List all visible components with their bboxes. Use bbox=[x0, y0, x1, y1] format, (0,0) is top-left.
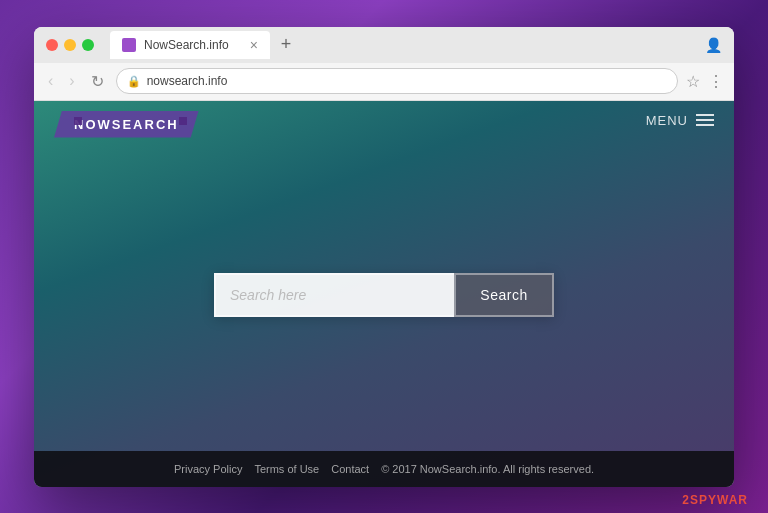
tab-favicon bbox=[122, 38, 136, 52]
menu-label-text: MENU bbox=[646, 113, 688, 128]
title-bar: NowSearch.info × + 👤 bbox=[34, 27, 734, 63]
search-button[interactable]: Search bbox=[454, 273, 554, 317]
footer-links: Privacy Policy Terms of Use Contact © 20… bbox=[174, 463, 594, 475]
nav-right-controls: ☆ ⋮ bbox=[686, 72, 724, 91]
url-text: nowsearch.info bbox=[147, 74, 228, 88]
watermark-brand: SPYWAR bbox=[690, 493, 748, 507]
window-right-controls: 👤 bbox=[705, 37, 722, 53]
more-options-icon[interactable]: ⋮ bbox=[708, 72, 724, 91]
forward-button[interactable]: › bbox=[65, 68, 78, 94]
user-icon[interactable]: 👤 bbox=[705, 37, 722, 53]
copyright-text: © 2017 NowSearch.info. All rights reserv… bbox=[381, 463, 594, 475]
hamburger-line-3 bbox=[696, 124, 714, 126]
hamburger-line-2 bbox=[696, 119, 714, 121]
logo-text: NOWSEARCH bbox=[74, 117, 179, 132]
lock-icon: 🔒 bbox=[127, 75, 141, 88]
close-button[interactable] bbox=[46, 39, 58, 51]
maximize-button[interactable] bbox=[82, 39, 94, 51]
search-area: Search bbox=[34, 140, 734, 451]
privacy-policy-link[interactable]: Privacy Policy bbox=[174, 463, 242, 475]
tab-area: NowSearch.info × + bbox=[110, 31, 697, 59]
address-bar[interactable]: 🔒 nowsearch.info bbox=[116, 68, 678, 94]
page-footer: Privacy Policy Terms of Use Contact © 20… bbox=[34, 451, 734, 487]
watermark: 2SPYWAR bbox=[682, 493, 748, 507]
menu-button[interactable]: MENU bbox=[646, 113, 714, 128]
terms-use-link[interactable]: Terms of Use bbox=[254, 463, 319, 475]
hamburger-icon bbox=[696, 114, 714, 126]
new-tab-button[interactable]: + bbox=[274, 33, 298, 57]
contact-link[interactable]: Contact bbox=[331, 463, 369, 475]
hamburger-line-1 bbox=[696, 114, 714, 116]
browser-tab[interactable]: NowSearch.info × bbox=[110, 31, 270, 59]
tab-title: NowSearch.info bbox=[144, 38, 229, 52]
browser-window: NowSearch.info × + 👤 ‹ › ↻ 🔒 nowsearch.i… bbox=[34, 27, 734, 487]
search-box: Search bbox=[214, 273, 554, 317]
back-button[interactable]: ‹ bbox=[44, 68, 57, 94]
search-input[interactable] bbox=[214, 273, 454, 317]
bookmark-icon[interactable]: ☆ bbox=[686, 72, 700, 91]
minimize-button[interactable] bbox=[64, 39, 76, 51]
nav-bar: ‹ › ↻ 🔒 nowsearch.info ☆ ⋮ bbox=[34, 63, 734, 101]
refresh-button[interactable]: ↻ bbox=[87, 68, 108, 95]
logo-area: NOWSEARCH bbox=[54, 111, 199, 138]
tab-close-button[interactable]: × bbox=[250, 37, 258, 53]
page-content: NOWSEARCH MENU Search Priv bbox=[34, 101, 734, 487]
logo-banner: NOWSEARCH bbox=[54, 111, 199, 138]
watermark-prefix: 2 bbox=[682, 493, 690, 507]
window-controls bbox=[46, 39, 94, 51]
